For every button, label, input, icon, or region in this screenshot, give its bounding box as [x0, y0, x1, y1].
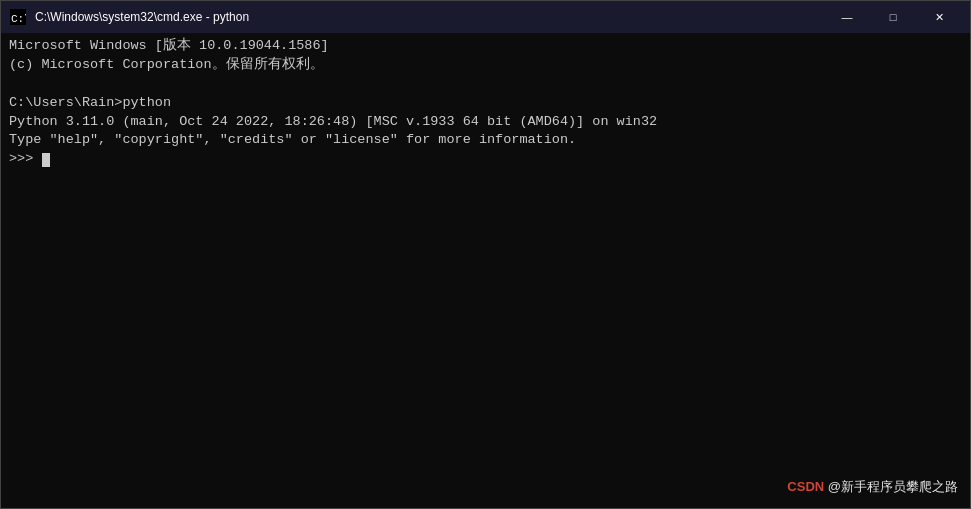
watermark-csdn: CSDN — [787, 479, 827, 494]
window-controls: — □ ✕ — [824, 1, 962, 33]
window-title: C:\Windows\system32\cmd.exe - python — [35, 10, 824, 24]
cmd-icon: C:\ — [9, 8, 27, 26]
console-line-1: Microsoft Windows [版本 10.0.19044.1586] — [9, 37, 962, 56]
svg-text:C:\: C:\ — [11, 13, 26, 25]
maximize-button[interactable]: □ — [870, 1, 916, 33]
title-bar: C:\ C:\Windows\system32\cmd.exe - python… — [1, 1, 970, 33]
console-line-4: C:\Users\Rain>python — [9, 94, 962, 113]
console-body[interactable]: Microsoft Windows [版本 10.0.19044.1586] (… — [1, 33, 970, 508]
watermark: CSDN @新手程序员攀爬之路 — [787, 478, 958, 496]
console-prompt-line: >>> — [9, 150, 962, 169]
watermark-author: @新手程序员攀爬之路 — [828, 479, 958, 494]
cursor — [42, 153, 50, 167]
console-line-5: Python 3.11.0 (main, Oct 24 2022, 18:26:… — [9, 113, 962, 132]
console-line-6: Type "help", "copyright", "credits" or "… — [9, 131, 962, 150]
console-line-2: (c) Microsoft Corporation。保留所有权利。 — [9, 56, 962, 75]
cmd-window: C:\ C:\Windows\system32\cmd.exe - python… — [0, 0, 971, 509]
console-line-3 — [9, 75, 962, 94]
prompt-text: >>> — [9, 150, 41, 169]
minimize-button[interactable]: — — [824, 1, 870, 33]
close-button[interactable]: ✕ — [916, 1, 962, 33]
